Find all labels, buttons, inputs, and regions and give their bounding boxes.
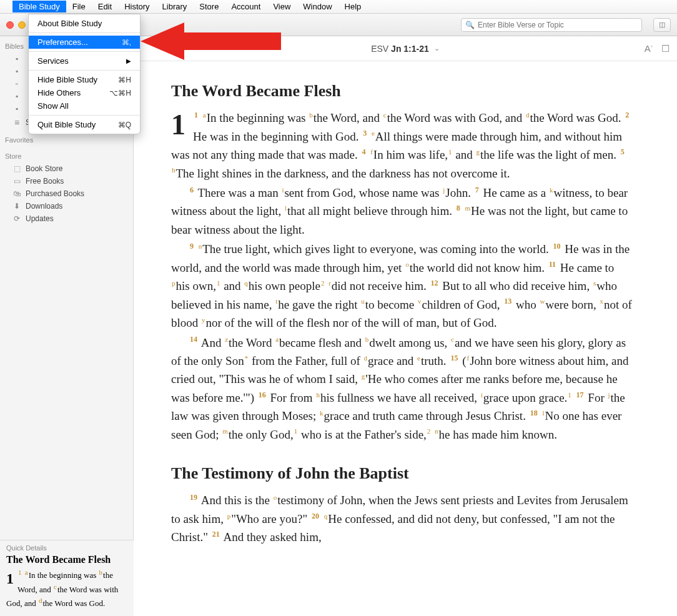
footnote[interactable]: x <box>600 297 604 305</box>
footnote[interactable]: w <box>540 297 545 305</box>
footnote[interactable]: p <box>227 512 231 520</box>
footnote[interactable]: d <box>364 354 368 362</box>
footnote[interactable]: a <box>275 335 279 343</box>
verse-num[interactable]: 16 <box>259 390 266 399</box>
footnote[interactable]: j <box>608 391 610 399</box>
verse-num[interactable]: 21 <box>212 530 220 539</box>
verse-num[interactable]: 11 <box>549 260 556 269</box>
footnote[interactable]: u <box>361 297 365 305</box>
text-settings-button[interactable]: A◦ <box>645 43 653 54</box>
footnote[interactable]: o <box>274 494 277 501</box>
footnote[interactable]: j <box>443 186 445 194</box>
footnote[interactable]: e <box>372 129 375 137</box>
footnote[interactable]: s <box>593 279 596 287</box>
footnote[interactable]: * <box>245 354 249 362</box>
menu-help[interactable]: Help <box>338 1 368 12</box>
footnote[interactable]: v <box>418 297 422 305</box>
footnote[interactable]: l <box>542 409 544 417</box>
footnote[interactable]: g <box>477 148 480 156</box>
verse-num[interactable]: 1 <box>194 111 198 119</box>
footnote[interactable]: i <box>282 186 284 194</box>
footnote[interactable]: g <box>362 372 365 380</box>
footnote[interactable]: 1 <box>217 279 220 287</box>
footnote[interactable]: r <box>329 279 331 287</box>
menu-history[interactable]: History <box>118 1 156 12</box>
menu-bible-study[interactable]: Bible Study <box>12 1 66 12</box>
search-field[interactable]: 🔍 <box>461 18 642 32</box>
footnote[interactable]: k <box>320 409 324 417</box>
verse-num[interactable]: 19 <box>190 493 197 502</box>
footnote[interactable]: l <box>285 204 287 212</box>
menu-quit[interactable]: Quit Bible Study ⌘Q <box>29 118 140 131</box>
close-window-button[interactable] <box>6 21 14 29</box>
sidebar-updates[interactable]: ⟳Updates <box>0 212 133 225</box>
verse-num[interactable]: 17 <box>576 390 584 399</box>
verse-num[interactable]: 10 <box>553 242 561 251</box>
footnote[interactable]: k <box>550 186 553 194</box>
menu-account[interactable]: Account <box>225 1 267 12</box>
verse-num[interactable]: 13 <box>504 297 511 306</box>
footnote[interactable]: d <box>526 111 530 119</box>
footnote[interactable]: n <box>199 242 202 250</box>
verse-num[interactable]: 7 <box>475 186 479 194</box>
footnote[interactable]: m <box>222 427 228 435</box>
minimize-window-button[interactable] <box>18 21 26 29</box>
footnote[interactable]: m <box>465 204 470 212</box>
verse-num[interactable]: 2 <box>625 111 629 119</box>
menu-file[interactable]: File <box>66 1 92 12</box>
verse-num[interactable]: 12 <box>431 279 438 287</box>
footnote[interactable]: z <box>225 335 228 343</box>
footnote[interactable]: 1 <box>448 148 452 156</box>
footnote[interactable]: f <box>370 148 373 156</box>
footnote[interactable]: c <box>54 583 57 590</box>
footnote[interactable]: c <box>451 335 454 343</box>
verse-num[interactable]: 3 <box>363 129 367 137</box>
verse-num[interactable]: 5 <box>621 147 625 156</box>
footnote[interactable]: q <box>324 512 328 520</box>
verse-num[interactable]: 14 <box>190 335 197 344</box>
menu-store[interactable]: Store <box>193 1 225 12</box>
footnote[interactable]: o <box>405 261 409 268</box>
footnote[interactable]: 2 <box>427 427 431 435</box>
verse-num[interactable]: 6 <box>190 186 194 194</box>
footnote[interactable]: a <box>203 111 206 119</box>
layout-button[interactable]: ◫ <box>653 18 671 32</box>
footnote[interactable]: 1 <box>568 391 571 399</box>
footnote[interactable]: a <box>25 569 28 576</box>
footnote[interactable]: e <box>417 354 420 362</box>
menu-hide-others[interactable]: Hide Others ⌥⌘H <box>29 86 140 99</box>
menu-library[interactable]: Library <box>156 1 194 12</box>
footnote[interactable]: d <box>39 597 42 604</box>
bookmark-button[interactable]: ☐ <box>661 43 670 54</box>
menu-show-all[interactable]: Show All <box>29 99 140 112</box>
verse-num[interactable]: 18 <box>530 409 538 417</box>
footnote[interactable]: f <box>467 354 469 362</box>
menu-services[interactable]: Services ▶ <box>29 54 140 67</box>
footnote[interactable]: b <box>365 335 369 343</box>
sidebar-purchased-books[interactable]: 🛍Purchased Books <box>0 187 133 200</box>
verse-num[interactable]: 1 <box>18 569 22 576</box>
menu-window[interactable]: Window <box>297 1 338 12</box>
footnote[interactable]: h <box>316 391 320 399</box>
verse-num[interactable]: 15 <box>450 354 458 362</box>
search-input[interactable] <box>478 21 638 29</box>
footnote[interactable]: b <box>309 111 313 119</box>
footnote[interactable]: t <box>275 297 277 305</box>
menu-view[interactable]: View <box>267 1 297 12</box>
footnote[interactable]: c <box>383 111 387 119</box>
sidebar-downloads[interactable]: ⬇Downloads <box>0 200 133 212</box>
footnote[interactable]: n <box>435 427 438 435</box>
verse-num[interactable]: 4 <box>362 147 365 156</box>
menu-preferences[interactable]: Preferences... ⌘, <box>29 36 140 49</box>
footnote[interactable]: p <box>172 279 175 287</box>
menu-hide[interactable]: Hide Bible Study ⌘H <box>29 73 140 86</box>
menu-about[interactable]: About Bible Study <box>29 17 140 30</box>
verse-num[interactable]: 8 <box>457 204 460 212</box>
footnote[interactable]: y <box>202 316 205 324</box>
chevron-down-icon[interactable]: ⌄ <box>434 44 440 52</box>
menu-edit[interactable]: Edit <box>92 1 118 12</box>
footnote[interactable]: q <box>244 279 248 287</box>
footnote[interactable]: 2 <box>321 279 325 287</box>
footnote[interactable]: 1 <box>294 427 298 435</box>
sidebar-free-books[interactable]: ▭Free Books <box>0 175 133 187</box>
